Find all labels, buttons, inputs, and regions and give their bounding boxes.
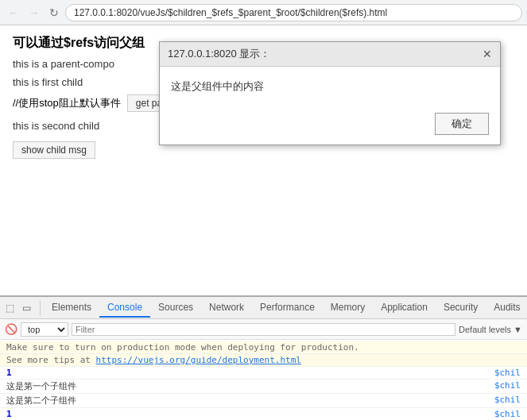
devtools-icon-group: ⬚ ▭ <box>3 301 41 315</box>
modal-message: 这是父组件中的内容 <box>171 79 489 94</box>
console-line: See more tips at https://vuejs.org/guide… <box>0 354 527 367</box>
console-scope-select[interactable]: top <box>21 322 68 337</box>
page-content: 可以通过$refs访问父组 this is a parent-compo thi… <box>0 25 527 295</box>
modal-close-button[interactable]: ✕ <box>482 48 492 60</box>
console-line: 1 $chil <box>0 408 527 420</box>
console-filter-input[interactable] <box>72 323 455 336</box>
console-num-2: 1 <box>6 409 12 419</box>
modal-header: 127.0.0.1:8020 显示： ✕ <box>160 42 500 67</box>
address-bar[interactable] <box>65 4 522 21</box>
console-toolbar: 🚫 top Default levels ▼ <box>0 319 527 340</box>
device-toolbar-icon[interactable]: ▭ <box>20 301 33 315</box>
console-line: 这是第二个子组件 $chil <box>0 394 527 408</box>
modal-overlay: 127.0.0.1:8020 显示： ✕ 这是父组件中的内容 确定 <box>0 25 527 295</box>
tab-performance[interactable]: Performance <box>252 299 323 318</box>
console-line: 1 $chil <box>0 367 527 380</box>
devtools-tabs: ⬚ ▭ Elements Console Sources Network Per… <box>0 297 527 319</box>
tab-application[interactable]: Application <box>373 299 436 318</box>
console-warning-text-1: Make sure to turn on production mode whe… <box>6 342 521 353</box>
modal-dialog: 127.0.0.1:8020 显示： ✕ 这是父组件中的内容 确定 <box>159 41 501 145</box>
console-text-3: 这是第二个子组件 <box>6 395 488 407</box>
console-num-1: 1 <box>6 368 12 378</box>
console-source-4[interactable]: $chil <box>494 380 521 392</box>
tab-sources[interactable]: Sources <box>150 299 201 318</box>
console-text-4 <box>12 409 488 419</box>
console-text-1 <box>12 368 488 378</box>
console-level-label: Default levels ▼ <box>459 325 522 334</box>
console-text-2: 这是第一个子组件 <box>6 380 488 392</box>
refresh-button[interactable]: ↻ <box>46 5 62 21</box>
console-output: Make sure to turn on production mode whe… <box>0 340 527 420</box>
tab-elements[interactable]: Elements <box>44 299 99 318</box>
modal-ok-button[interactable]: 确定 <box>435 113 489 135</box>
console-source-6[interactable]: $chil <box>494 409 521 419</box>
inspect-element-icon[interactable]: ⬚ <box>3 301 17 315</box>
console-clear-button[interactable]: 🚫 <box>5 323 17 335</box>
tab-memory[interactable]: Memory <box>323 299 373 318</box>
tab-network[interactable]: Network <box>201 299 252 318</box>
browser-toolbar: ← → ↻ <box>0 0 527 25</box>
tab-console[interactable]: Console <box>99 299 150 318</box>
back-button[interactable]: ← <box>5 5 22 21</box>
console-warning-text-2: See more tips at https://vuejs.org/guide… <box>6 355 521 365</box>
modal-footer: 确定 <box>160 113 500 144</box>
forward-button[interactable]: → <box>25 5 43 21</box>
modal-body: 这是父组件中的内容 <box>160 67 500 113</box>
deployment-link[interactable]: https://vuejs.org/guide/deployment.html <box>96 355 301 365</box>
tab-audits[interactable]: Audits <box>486 299 527 318</box>
console-source-5[interactable]: $chil <box>494 395 521 407</box>
tab-security[interactable]: Security <box>436 299 486 318</box>
console-line: 这是第一个子组件 $chil <box>0 380 527 394</box>
modal-title: 127.0.0.1:8020 显示： <box>168 47 270 61</box>
console-source-3[interactable]: $chil <box>494 368 521 378</box>
console-line: Make sure to turn on production mode whe… <box>0 341 527 354</box>
devtools-panel: ⬚ ▭ Elements Console Sources Network Per… <box>0 295 527 420</box>
